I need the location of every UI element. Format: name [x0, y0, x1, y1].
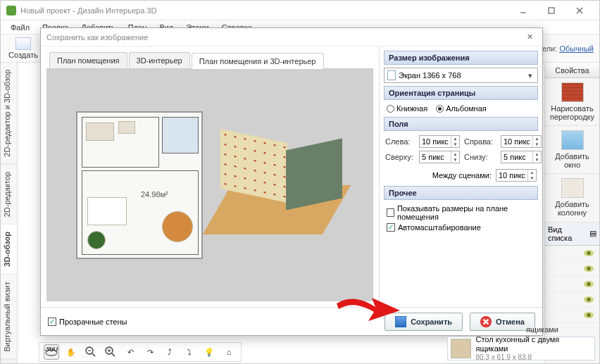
column-icon — [561, 178, 584, 198]
dialog-footer: Прозрачные стены Сохранить Отмена — [41, 307, 542, 335]
furniture-label-partial: ящиками — [526, 325, 558, 334]
furniture-thumbnail — [451, 339, 471, 358]
cancel-icon — [480, 316, 492, 327]
vtab-virtual[interactable]: Виртуальный визит — [1, 275, 17, 360]
view-toolbar: 360 ✋ ↶ ↷ ⤴ ⤵ 💡 ⌂ — [39, 342, 242, 362]
radio-icon — [387, 105, 394, 113]
radio-landscape[interactable]: Альбомная — [436, 104, 487, 113]
margin-bottom-input[interactable]: 5 пикс▲▼ — [501, 151, 542, 163]
export-settings: Размер изображения Экран 1366 x 768 ▾ Ор… — [379, 46, 542, 307]
tool-add-window[interactable]: Добавить окно — [545, 126, 599, 174]
eye-icon — [584, 312, 594, 318]
eye-icon — [584, 281, 594, 287]
svg-line-10 — [112, 353, 115, 356]
checkbox-autoscale[interactable]: Автомасштабирование — [387, 223, 535, 232]
size-header: Размер изображения — [384, 51, 538, 65]
window-icon — [561, 130, 584, 150]
checkbox-icon — [48, 318, 56, 326]
furniture-size: 80.3 x 61.9 x 83.8 — [475, 353, 592, 362]
home-button[interactable]: ⌂ — [221, 344, 237, 360]
vtab-2d[interactable]: 2D-редактор — [1, 165, 17, 225]
minimize-button[interactable] — [509, 1, 537, 20]
layer-row[interactable] — [545, 308, 599, 323]
margin-top-label: Сверху: — [385, 153, 415, 161]
other-header: Прочее — [384, 186, 538, 200]
view-360-button[interactable]: 360 — [44, 344, 59, 360]
dialog-close-button[interactable]: ✕ — [523, 30, 537, 44]
eye-icon — [584, 265, 594, 272]
zoom-out-button[interactable] — [83, 344, 99, 360]
new-file-icon — [15, 37, 31, 50]
svg-rect-1 — [549, 8, 554, 13]
eye-icon — [584, 250, 594, 256]
save-image-dialog: Сохранить как изображение ✕ План помещен… — [40, 27, 543, 336]
tool-create-label: Создать — [8, 51, 38, 59]
rotate-right-button[interactable]: ↷ — [142, 344, 158, 360]
pan-button[interactable]: ✋ — [63, 344, 79, 360]
window-title: Новый проект - Дизайн Интерьера 3D — [20, 6, 509, 15]
maximize-button[interactable] — [537, 1, 565, 20]
checkbox-icon — [387, 208, 394, 217]
preview-area: 24.98м² — [46, 68, 373, 301]
margins-header: Поля — [384, 117, 538, 131]
vtab-2d-3d[interactable]: 2D-редактор и 3D-обзор — [1, 63, 17, 165]
margin-right-input[interactable]: 10 пикс▲▼ — [501, 135, 542, 148]
light-button[interactable]: 💡 — [201, 344, 217, 360]
title-bar: Новый проект - Дизайн Интерьера 3D — [1, 1, 599, 20]
furniture-name: Стол кухонный с двумя ящиками — [475, 335, 592, 353]
margin-left-input[interactable]: 10 пикс▲▼ — [419, 135, 460, 148]
dialog-title-bar: Сохранить как изображение ✕ — [41, 28, 542, 46]
size-combo[interactable]: Экран 1366 x 768 ▾ — [384, 68, 538, 83]
layer-row[interactable] — [545, 261, 599, 277]
svg-text:360: 360 — [45, 347, 58, 353]
preview-tabs: План помещения 3D-интерьер План помещени… — [46, 52, 373, 68]
vtab-3d[interactable]: 3D-обзор — [1, 225, 17, 275]
tab-plan[interactable]: План помещения — [49, 52, 127, 68]
app-icon — [6, 6, 16, 15]
save-button[interactable]: Сохранить — [385, 313, 463, 331]
margin-between-label: Между сценами: — [432, 171, 492, 180]
3d-preview — [210, 129, 344, 241]
chevron-down-icon: ▾ — [526, 71, 535, 80]
tool-add-column[interactable]: Добавить колонну — [545, 174, 599, 222]
list-icon: ▤ — [589, 229, 596, 238]
close-button[interactable] — [565, 1, 594, 20]
room-area-label: 24.98м² — [141, 190, 168, 199]
margin-right-label: Справа: — [464, 137, 496, 146]
right-panel: Свойства Нарисовать перегородку Добавить… — [544, 63, 599, 363]
eye-icon — [584, 296, 594, 303]
tab-3d[interactable]: 3D-интерьер — [129, 52, 190, 68]
checkbox-icon — [387, 223, 395, 232]
checkbox-show-sizes[interactable]: Показывать размеры на плане помещения — [387, 204, 535, 221]
tab-plan-3d[interactable]: План помещения и 3D-интерьер — [192, 53, 324, 69]
svg-line-7 — [92, 353, 95, 356]
layer-row[interactable] — [545, 277, 599, 292]
layer-row[interactable] — [545, 246, 599, 261]
dialog-title: Сохранить как изображение — [46, 33, 523, 42]
tool-create[interactable]: Создать — [6, 37, 40, 59]
margin-bottom-label: Снизу: — [464, 153, 496, 161]
margin-left-label: Слева: — [385, 137, 415, 146]
panels-mode-link[interactable]: Обычный — [559, 44, 594, 53]
tilt-down-button[interactable]: ⤵ — [182, 344, 197, 360]
screen-icon — [387, 70, 396, 80]
view-list-header[interactable]: Вид списка ▤ — [545, 222, 599, 246]
radio-portrait[interactable]: Книжная — [387, 104, 427, 113]
rotate-left-button[interactable]: ↶ — [123, 344, 138, 360]
tool-draw-wall[interactable]: Нарисовать перегородку — [545, 78, 599, 126]
margin-top-input[interactable]: 5 пикс▲▼ — [419, 151, 460, 163]
layer-row[interactable] — [545, 292, 599, 308]
floorplan-preview: 24.98м² — [76, 111, 203, 259]
left-vertical-tabs: 2D-редактор и 3D-обзор 2D-редактор 3D-об… — [1, 63, 18, 363]
menu-file[interactable]: Файл — [5, 22, 35, 33]
margin-between-input[interactable]: 10 пикс▲▼ — [496, 169, 537, 182]
properties-header[interactable]: Свойства — [545, 63, 599, 78]
tilt-up-button[interactable]: ⤴ — [162, 344, 177, 360]
brick-icon — [561, 82, 584, 102]
zoom-in-button[interactable] — [103, 344, 118, 360]
furniture-item[interactable]: Стол кухонный с двумя ящиками 80.3 x 61.… — [447, 337, 595, 360]
radio-icon — [436, 105, 444, 113]
orientation-header: Ориентация страницы — [384, 86, 538, 100]
checkbox-transparent-walls[interactable]: Прозрачные стены — [48, 318, 127, 326]
save-icon — [395, 316, 406, 327]
